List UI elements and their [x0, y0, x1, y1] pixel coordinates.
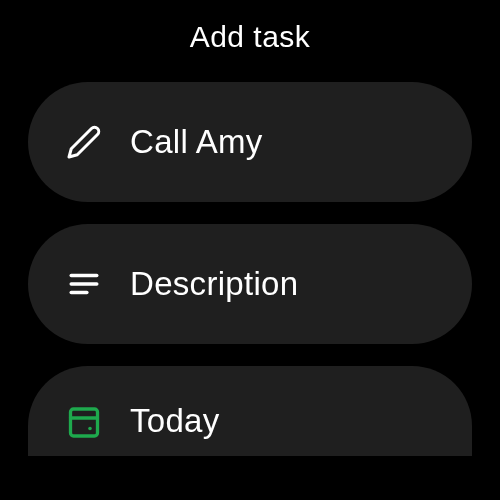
svg-rect-3	[71, 409, 98, 436]
description-label: Description	[130, 265, 298, 303]
svg-point-5	[88, 427, 92, 431]
date-row[interactable]: Today	[28, 366, 472, 456]
task-title-label: Call Amy	[130, 123, 263, 161]
description-icon	[64, 264, 104, 304]
calendar-icon	[64, 401, 104, 441]
task-title-row[interactable]: Call Amy	[28, 82, 472, 202]
page-title: Add task	[28, 0, 472, 82]
date-label: Today	[130, 402, 220, 440]
description-row[interactable]: Description	[28, 224, 472, 344]
pencil-icon	[64, 122, 104, 162]
